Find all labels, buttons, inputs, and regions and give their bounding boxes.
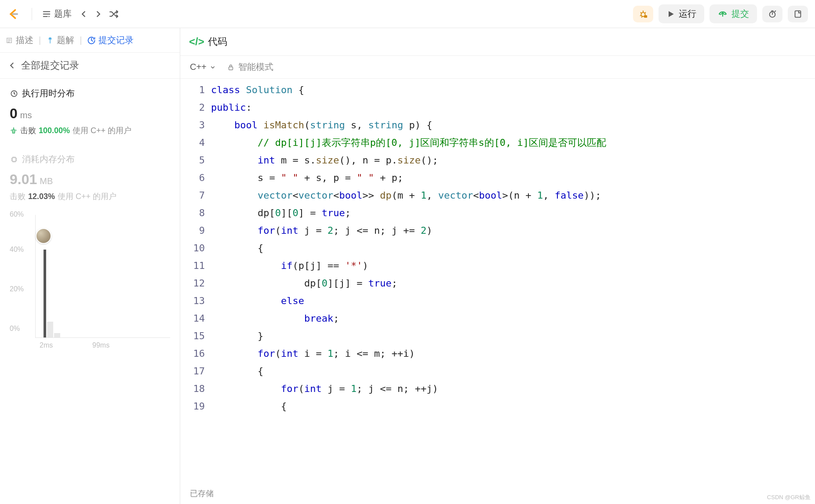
back-to-submissions[interactable]: 全部提交记录	[0, 53, 180, 79]
tab-solutions[interactable]: 题解	[46, 34, 74, 46]
submit-label: 提交	[731, 8, 749, 20]
left-panel: 描述 | 题解 | 提交记录 全部提交记录 执行用时分布 0	[0, 28, 180, 504]
chip-icon	[10, 155, 18, 164]
avatar[interactable]	[36, 228, 51, 244]
divider	[32, 8, 32, 20]
topbar: 题库 运行 提交	[0, 0, 815, 28]
chart-bar	[47, 322, 53, 337]
watermark: CSDN @GR鲸鱼	[767, 493, 811, 501]
run-button[interactable]: 运行	[659, 4, 704, 23]
runtime-title: 执行用时分布	[22, 87, 75, 99]
code-tag-icon: </>	[189, 36, 204, 48]
smart-mode[interactable]: 智能模式	[227, 61, 273, 73]
memory-unit: MB	[40, 176, 53, 186]
timer-button[interactable]	[762, 6, 782, 22]
runtime-chart: 60% 40% 20% 0% 2ms 99ms	[0, 210, 180, 351]
memory-title: 消耗内存分布	[22, 153, 75, 165]
problem-list-label: 题库	[54, 8, 72, 20]
leetcode-logo-icon[interactable]	[7, 8, 19, 20]
runtime-value: 0	[10, 105, 18, 122]
runtime-beat-pct: 100.00%	[39, 126, 70, 135]
svg-rect-5	[12, 157, 16, 161]
notes-button[interactable]	[788, 6, 808, 22]
code-content[interactable]: class Solution {public: bool isMatch(str…	[211, 79, 815, 483]
chart-bar-current	[44, 250, 46, 337]
submit-button[interactable]: 提交	[709, 4, 757, 23]
svg-rect-1	[644, 15, 647, 18]
memory-value: 9.01	[10, 171, 37, 188]
lock-icon	[227, 63, 235, 71]
runtime-unit: ms	[20, 110, 32, 120]
tab-row: 描述 | 题解 | 提交记录	[0, 28, 180, 53]
svg-rect-3	[795, 11, 801, 17]
chevron-down-icon	[209, 64, 216, 71]
language-select[interactable]: C++	[190, 62, 216, 72]
line-gutter: 12345678910111213141516171819	[180, 79, 211, 483]
chart-bar	[54, 333, 60, 337]
code-title: 代码	[208, 35, 227, 48]
memory-beat-pct: 12.03%	[28, 192, 55, 201]
code-panel: </> 代码 C++ 智能模式 123456789101112131415161…	[180, 28, 815, 504]
memory-block: 消耗内存分布 9.01 MB 击败 12.03% 使用 C++ 的用户	[0, 145, 180, 210]
runtime-block: 执行用时分布 0 ms 击败 100.00% 使用 C++ 的用户	[0, 79, 180, 145]
tab-submissions[interactable]: 提交记录	[87, 34, 134, 46]
problem-list-button[interactable]: 题库	[37, 5, 76, 22]
tab-description[interactable]: 描述	[5, 34, 33, 46]
svg-rect-6	[229, 67, 233, 70]
debug-button[interactable]	[633, 6, 653, 22]
code-editor[interactable]: 12345678910111213141516171819 class Solu…	[180, 79, 815, 483]
run-label: 运行	[679, 8, 696, 20]
shuffle-button[interactable]	[106, 6, 122, 22]
clock-icon	[10, 89, 18, 98]
clap-icon	[10, 127, 18, 134]
next-problem-button[interactable]	[91, 7, 106, 22]
prev-problem-button[interactable]	[76, 7, 91, 22]
save-status: 已存储	[180, 483, 815, 504]
